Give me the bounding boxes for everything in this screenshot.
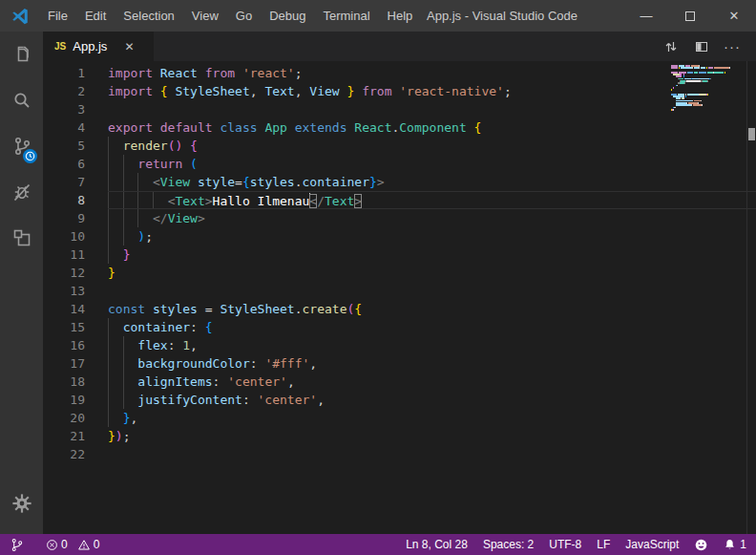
code-line-5[interactable]: 5 render() { <box>43 137 756 155</box>
token <box>467 120 474 135</box>
notifications-button[interactable]: 1 <box>724 538 746 551</box>
files-icon <box>10 43 33 66</box>
code-text: } <box>108 245 756 264</box>
code-line-7[interactable]: 7 <View style={styles.container}> <box>43 173 756 191</box>
token: container <box>123 320 190 334</box>
problems-indicator[interactable]: 0 0 <box>43 538 102 551</box>
activity-item-debug[interactable] <box>0 169 43 215</box>
tab-appjs[interactable]: JS App.js ✕ <box>43 32 154 61</box>
activity-item-extensions[interactable] <box>0 215 43 261</box>
error-count: 0 <box>61 538 68 551</box>
token <box>108 374 137 389</box>
code-line-8[interactable]: 8 <Text>Hallo Ilmenau</Text> <box>43 191 756 209</box>
git-branch-indicator[interactable] <box>8 538 26 552</box>
code-line-13[interactable]: 13 <box>43 282 756 300</box>
code-line-6[interactable]: 6 return ( <box>43 155 756 173</box>
code-line-21[interactable]: 21}); <box>43 427 756 445</box>
menu-item-debug[interactable]: Debug <box>261 0 314 32</box>
code-text: </View> <box>108 209 756 227</box>
token: : <box>250 356 258 371</box>
status-cursor-position[interactable]: Ln 8, Col 28 <box>406 538 468 551</box>
code-text: export default class App extends React.C… <box>108 118 756 137</box>
token: style <box>198 175 235 189</box>
token: > <box>205 194 213 208</box>
code-line-17[interactable]: 17 backgroundColor: '#fff', <box>43 354 756 373</box>
menu-item-go[interactable]: Go <box>227 0 261 32</box>
code-line-15[interactable]: 15 container: { <box>43 318 756 336</box>
token: 'react' <box>242 66 295 80</box>
token <box>153 120 160 135</box>
code-line-20[interactable]: 20 }, <box>43 409 756 427</box>
code-line-11[interactable]: 11 } <box>43 245 756 264</box>
token: Text <box>175 194 204 208</box>
token: { <box>354 302 362 316</box>
code-line-4[interactable]: 4export default class App extends React.… <box>43 118 756 137</box>
tab-close-icon[interactable]: ✕ <box>124 40 134 53</box>
maximize-button[interactable] <box>668 0 712 32</box>
line-number: 4 <box>43 118 108 137</box>
activity-item-source-control[interactable] <box>0 123 43 169</box>
smiley-icon <box>694 538 708 552</box>
line-number: 13 <box>43 282 108 300</box>
activity-item-search[interactable] <box>0 77 43 123</box>
open-changes-button[interactable] <box>661 36 682 57</box>
close-icon: ✕ <box>729 9 740 23</box>
code-text: <View style={styles.container}> <box>108 173 756 191</box>
code-line-9[interactable]: 9 </View> <box>43 209 756 227</box>
menu-item-file[interactable]: File <box>39 0 76 32</box>
token: / <box>317 194 325 208</box>
split-editor-button[interactable] <box>691 36 712 57</box>
status-encoding[interactable]: UTF-8 <box>549 538 581 551</box>
extensions-icon <box>10 226 33 249</box>
token <box>198 320 205 334</box>
status-bar: 0 0 Ln 8, Col 28Spaces: 2UTF-8LFJavaScri… <box>0 534 756 555</box>
menu-item-selection[interactable]: Selection <box>115 0 182 32</box>
split-editor-icon <box>694 39 709 54</box>
token <box>108 356 137 371</box>
code-editor[interactable]: 1import React from 'react';2import { Sty… <box>43 61 756 534</box>
code-line-1[interactable]: 1import React from 'react'; <box>43 64 756 82</box>
overview-ruler[interactable] <box>746 61 756 534</box>
status-indentation[interactable]: Spaces: 2 <box>483 538 534 551</box>
cursor-position-marker <box>748 128 755 140</box>
line-number: 21 <box>43 427 108 445</box>
token: { <box>474 120 482 135</box>
code-line-22[interactable]: 22 <box>43 445 756 463</box>
code-line-2[interactable]: 2import { StyleSheet, Text, View } from … <box>43 82 756 100</box>
code-line-3[interactable]: 3 <box>43 100 756 118</box>
code-line-12[interactable]: 12} <box>43 264 756 282</box>
code-line-18[interactable]: 18 alignItems: 'center', <box>43 373 756 391</box>
line-number: 10 <box>43 227 108 245</box>
menu-item-view[interactable]: View <box>183 0 227 32</box>
vscode-window: FileEditSelectionViewGoDebugTerminalHelp… <box>0 0 756 555</box>
minimize-button[interactable]: — <box>624 0 668 32</box>
token: default <box>160 120 213 135</box>
menu-item-terminal[interactable]: Terminal <box>314 0 378 32</box>
token: React <box>160 66 198 80</box>
activity-item-explorer[interactable] <box>0 32 43 77</box>
javascript-file-icon: JS <box>54 41 66 52</box>
token: { <box>190 139 198 153</box>
code-line-16[interactable]: 16 flex: 1, <box>43 336 756 354</box>
code-line-14[interactable]: 14const styles = StyleSheet.create({ <box>43 300 756 318</box>
status-eol[interactable]: LF <box>597 538 610 551</box>
token: StyleSheet <box>220 302 294 316</box>
code-line-19[interactable]: 19 justifyContent: 'center', <box>43 391 756 409</box>
window-title: App.js - Visual Studio Code <box>382 9 622 23</box>
ellipsis-icon: ··· <box>724 38 741 54</box>
line-number: 5 <box>43 137 108 155</box>
code-text: flex: 1, <box>108 336 756 354</box>
close-button[interactable]: ✕ <box>712 0 756 32</box>
gear-icon <box>11 493 32 514</box>
activity-item-manage[interactable] <box>0 480 43 526</box>
token <box>108 338 137 352</box>
menu-item-edit[interactable]: Edit <box>76 0 115 32</box>
minimize-icon: — <box>640 9 653 23</box>
maximize-icon <box>685 11 695 21</box>
status-language-mode[interactable]: JavaScript <box>625 538 679 551</box>
more-actions-button[interactable]: ··· <box>722 36 743 57</box>
feedback-button[interactable] <box>694 538 708 552</box>
minimap[interactable] <box>671 65 746 114</box>
line-number: 1 <box>43 64 108 82</box>
code-line-10[interactable]: 10 ); <box>43 227 756 245</box>
